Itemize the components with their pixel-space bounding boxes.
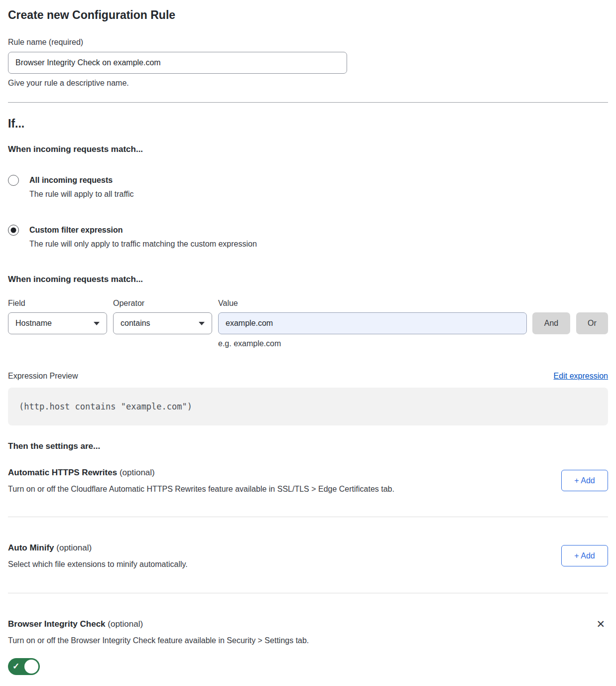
expression-builder-row: Hostname contains And Or (8, 312, 608, 334)
add-automatic-https-rewrites-button[interactable]: + Add (561, 470, 608, 491)
browser-integrity-check-toggle[interactable]: ✓ (8, 658, 40, 675)
setting-description: Turn on or off the Cloudflare Automatic … (8, 484, 394, 495)
setting-title: Automatic HTTPS Rewrites (optional) (8, 467, 394, 479)
rule-name-label: Rule name (required) (8, 37, 608, 48)
expression-builder-heading: When incoming requests match... (8, 274, 608, 285)
radio-option-all-incoming[interactable]: All incoming requests The rule will appl… (8, 175, 608, 200)
field-select-value: Hostname (15, 319, 52, 328)
operator-select[interactable]: contains (113, 312, 212, 334)
expression-preview-code: (http.host contains "example.com") (8, 388, 608, 425)
edit-expression-link[interactable]: Edit expression (554, 371, 608, 382)
setting-optional-tag: (optional) (56, 543, 92, 552)
value-input[interactable] (218, 312, 527, 334)
field-label: Field (8, 298, 113, 308)
setting-name: Browser Integrity Check (8, 619, 106, 629)
radio-description: The rule will only apply to traffic matc… (29, 239, 257, 250)
add-auto-minify-button[interactable]: + Add (561, 545, 608, 566)
expression-preview-header: Expression Preview Edit expression (8, 371, 608, 382)
create-configuration-rule-page: Create new Configuration Rule Rule name … (0, 0, 616, 685)
and-button[interactable]: And (532, 312, 570, 334)
check-icon: ✓ (12, 661, 19, 672)
radio-button[interactable] (8, 175, 19, 186)
setting-optional-tag: (optional) (120, 468, 155, 477)
operator-select-value: contains (121, 319, 150, 328)
expression-builder-labels: Field Operator Value (8, 298, 608, 308)
radio-description: The rule will apply to all traffic (29, 189, 134, 200)
divider (8, 102, 608, 103)
divider (8, 593, 608, 593)
close-icon[interactable]: ✕ (593, 618, 608, 630)
match-heading: When incoming requests match... (8, 143, 608, 155)
setting-title: Browser Integrity Check (optional) (8, 618, 309, 630)
setting-name: Automatic HTTPS Rewrites (8, 468, 117, 477)
setting-auto-minify: Auto Minify (optional) Select which file… (8, 542, 608, 570)
field-select[interactable]: Hostname (8, 312, 107, 334)
rule-name-input[interactable] (8, 52, 347, 74)
setting-automatic-https-rewrites: Automatic HTTPS Rewrites (optional) Turn… (8, 467, 608, 495)
chevron-down-icon (94, 322, 100, 325)
if-heading: If... (8, 116, 608, 132)
settings-heading: Then the settings are... (8, 440, 608, 452)
page-title: Create new Configuration Rule (8, 7, 608, 23)
setting-description: Select which file extensions to minify a… (8, 559, 188, 570)
setting-description: Turn on or off the Browser Integrity Che… (8, 635, 309, 646)
expression-preview-label: Expression Preview (8, 371, 78, 382)
chevron-down-icon (199, 322, 205, 325)
or-button[interactable]: Or (576, 312, 608, 334)
setting-optional-tag: (optional) (108, 619, 143, 629)
value-help: e.g. example.com (218, 338, 608, 349)
rule-name-help: Give your rule a descriptive name. (8, 78, 608, 88)
radio-dot (11, 228, 16, 233)
radio-label: Custom filter expression (29, 225, 257, 236)
setting-title: Auto Minify (optional) (8, 542, 188, 554)
setting-browser-integrity-check: Browser Integrity Check (optional) Turn … (8, 618, 608, 675)
radio-option-custom-filter[interactable]: Custom filter expression The rule will o… (8, 225, 608, 250)
toggle-knob (24, 660, 38, 674)
divider (8, 517, 608, 517)
radio-label: All incoming requests (29, 175, 134, 186)
setting-name: Auto Minify (8, 543, 54, 552)
value-label: Value (218, 298, 608, 308)
radio-button-selected[interactable] (8, 225, 19, 236)
operator-label: Operator (113, 298, 218, 308)
